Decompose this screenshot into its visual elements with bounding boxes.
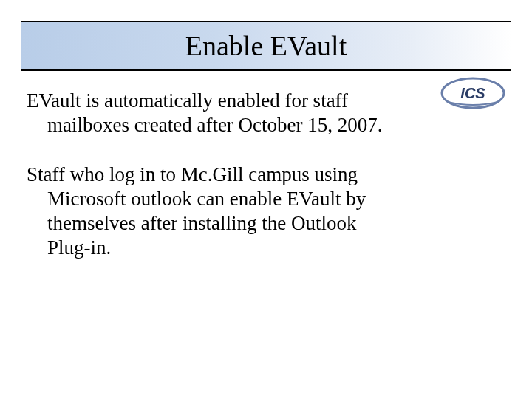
slide: Enable EVault ICS EVault is automaticall… [0, 0, 532, 399]
title-bar: Enable EVault [21, 21, 511, 71]
p2-line3: themselves after installing the Outlook [27, 211, 505, 236]
p1-line2: mailboxes created after October 15, 2007… [27, 113, 505, 137]
p2-line4: Plug-in. [27, 236, 505, 260]
p2-line2: Microsoft outlook can enable EVault by [27, 187, 505, 211]
body-content: EVault is automatically enabled for staf… [27, 89, 505, 377]
paragraph-2: Staff who log in to Mc.Gill campus using… [27, 163, 505, 260]
slide-title: Enable EVault [185, 30, 347, 62]
p1-line1: EVault is automatically enabled for staf… [27, 89, 505, 113]
p2-line1: Staff who log in to Mc.Gill campus using [27, 163, 505, 187]
paragraph-1: EVault is automatically enabled for staf… [27, 89, 505, 137]
